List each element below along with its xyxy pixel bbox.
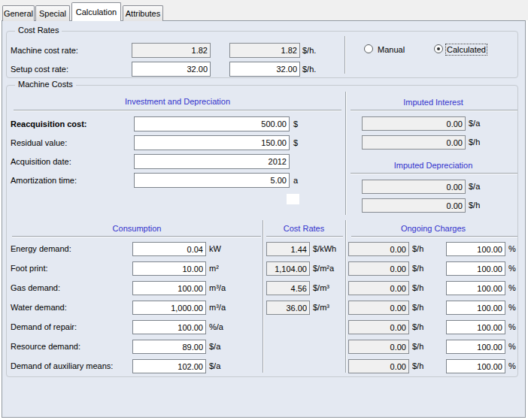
consumption-rule: [12, 236, 261, 237]
machine-costs-group-title: Machine Costs: [15, 80, 76, 89]
imputed-interest-per-year-unit: $/a: [469, 119, 480, 128]
ongoing-charge-3-percent-field[interactable]: [446, 281, 505, 295]
gas-cost-rate-field: [266, 281, 310, 295]
investment-depreciation-rule: [14, 110, 341, 111]
imputed-interest-per-year-field: [362, 116, 466, 131]
tab-calculation[interactable]: Calculation: [71, 2, 121, 21]
consumption-header: Consumption: [12, 224, 262, 233]
cost-rates-separator: [344, 36, 346, 74]
ongoing-charge-4-percent-field[interactable]: [446, 301, 505, 315]
imputed-interest-header: Imputed Interest: [347, 98, 519, 107]
ongoing-charge-3-percent-unit: %: [508, 283, 516, 292]
amortization-time-field[interactable]: [134, 173, 290, 188]
resource-demand-unit: $/a: [209, 342, 220, 351]
investment-depreciation-header: Investment and Depreciation: [12, 97, 343, 106]
manual-radio-label[interactable]: Manual: [378, 45, 405, 54]
water-demand-field[interactable]: [132, 301, 206, 315]
ongoing-charge-6-unit: $/h: [412, 342, 423, 351]
ongoing-charge-6-field: [348, 340, 409, 354]
acquisition-date-field[interactable]: [134, 154, 290, 169]
ongoing-charge-1-field: [348, 242, 409, 256]
ongoing-charge-1-percent-unit: %: [508, 244, 516, 253]
imputed-depreciation-per-hour-unit: $/h: [469, 201, 480, 210]
setup-cost-rate-unit: $/h.: [302, 65, 316, 74]
cost-rates-group-title: Cost Rates: [15, 26, 62, 35]
investment-imputed-separator: [345, 92, 347, 215]
demand-of-auxiliary-means-field[interactable]: [132, 359, 206, 373]
imputed-depreciation-per-hour-field: [362, 198, 466, 213]
resource-demand-label: Resource demand:: [11, 342, 80, 351]
water-demand-label: Water demand:: [11, 303, 67, 312]
tab-attributes[interactable]: Attributes: [123, 5, 163, 21]
demand-of-repair-field[interactable]: [132, 320, 206, 334]
machine-cost-rate-unit: $/h.: [302, 46, 316, 55]
demand-of-auxiliary-means-unit: $/a: [209, 361, 220, 370]
amortization-time-label: Amortization time:: [11, 176, 77, 185]
ongoing-charge-6-percent-unit: %: [508, 342, 516, 351]
machine-cost-rate-label: Machine cost rate:: [11, 46, 78, 55]
ongoing-charges-rule: [351, 236, 517, 237]
calculation-dialog: General Special Calculation Attributes C…: [0, 0, 528, 420]
gas-demand-field[interactable]: [132, 281, 206, 295]
ongoing-charge-5-field: [348, 320, 409, 334]
ongoing-charge-7-percent-field[interactable]: [446, 359, 505, 373]
gas-demand-unit: m³/a: [209, 283, 226, 292]
footprint-cost-rate-field: [266, 261, 310, 276]
calculated-radio-label[interactable]: Calculated: [447, 45, 486, 54]
foot-print-unit: m²: [209, 264, 219, 273]
amortization-time-unit: a: [293, 176, 298, 185]
machine-cost-rate-field-2: [229, 43, 300, 58]
spacer-box: [287, 194, 299, 204]
ongoing-charge-4-percent-unit: %: [508, 303, 516, 312]
ongoing-charge-4-field: [348, 301, 409, 315]
ongoing-charge-6-percent-field[interactable]: [446, 340, 505, 354]
demand-of-repair-label: Demand of repair:: [11, 322, 77, 331]
reacquisition-cost-label: Reacquisition cost:: [11, 119, 86, 128]
resource-demand-field[interactable]: [132, 340, 206, 354]
setup-cost-rate-field-1[interactable]: [132, 62, 211, 77]
calculated-radio[interactable]: [434, 44, 443, 53]
tab-general[interactable]: General: [2, 5, 35, 21]
imputed-interest-rule: [350, 110, 517, 111]
imputed-interest-per-hour-field: [362, 135, 466, 150]
ongoing-charge-1-percent-field[interactable]: [446, 242, 505, 256]
energy-demand-field[interactable]: [132, 242, 206, 256]
ongoing-charge-2-field: [348, 261, 409, 276]
ongoing-charge-2-percent-field[interactable]: [446, 261, 505, 276]
foot-print-field[interactable]: [132, 261, 206, 276]
energy-cost-rate-unit: $/kWh: [313, 244, 336, 253]
water-cost-rate-unit: $/m³: [313, 303, 329, 312]
residual-value-unit: $: [293, 138, 298, 147]
ongoing-charge-4-unit: $/h: [412, 303, 423, 312]
ongoing-charge-3-field: [348, 281, 409, 295]
tab-special[interactable]: Special: [35, 5, 70, 21]
demand-of-auxiliary-means-label: Demand of auxiliary means:: [11, 361, 113, 370]
energy-cost-rate-field: [266, 242, 310, 256]
gas-demand-label: Gas demand:: [11, 283, 60, 292]
ongoing-charge-7-unit: $/h: [412, 361, 423, 370]
ongoing-charges-header: Ongoing Charges: [347, 224, 519, 233]
imputed-depreciation-header: Imputed Depreciation: [347, 161, 519, 170]
costrates-ongoing-separator: [345, 220, 347, 373]
footprint-cost-rate-unit: $/m²a: [313, 264, 334, 273]
imputed-depreciation-per-year-field: [362, 180, 466, 194]
ongoing-charge-3-unit: $/h: [412, 283, 423, 292]
setup-cost-rate-field-2[interactable]: [229, 62, 300, 77]
reacquisition-cost-unit: $: [293, 119, 298, 128]
residual-value-field[interactable]: [134, 135, 290, 150]
residual-value-label: Residual value:: [11, 138, 67, 147]
reacquisition-cost-field[interactable]: [134, 116, 290, 131]
foot-print-label: Foot print:: [11, 264, 48, 273]
imputed-depreciation-rule: [350, 173, 517, 174]
cost-rates-column-rule: [266, 236, 343, 237]
ongoing-charge-5-percent-field[interactable]: [446, 320, 505, 334]
energy-demand-unit: kW: [209, 244, 221, 253]
manual-radio[interactable]: [364, 44, 373, 53]
ongoing-charge-7-field: [348, 359, 409, 373]
energy-demand-label: Energy demand:: [11, 244, 71, 253]
demand-of-repair-unit: %/a: [209, 322, 223, 331]
ongoing-charge-2-unit: $/h: [412, 264, 423, 273]
machine-cost-rate-field-1: [132, 43, 211, 58]
consumption-costrates-separator: [262, 220, 264, 373]
ongoing-charge-1-unit: $/h: [412, 244, 423, 253]
